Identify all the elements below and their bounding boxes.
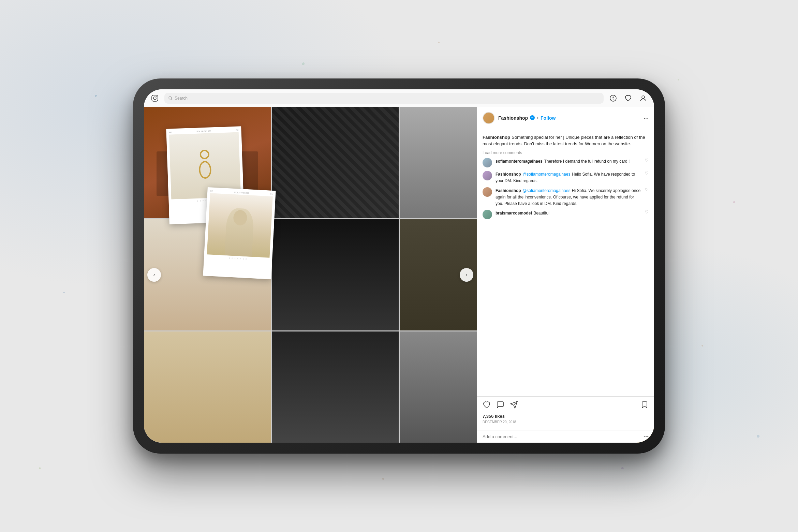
- instagram-top-bar: Search: [144, 89, 654, 107]
- svg-point-2: [157, 96, 157, 97]
- comment-options-button[interactable]: •••: [644, 434, 649, 439]
- like-comment-button[interactable]: ♡: [645, 210, 649, 215]
- svg-line-4: [171, 99, 172, 100]
- post-dot-separator: •: [537, 115, 538, 121]
- likes-count: 7,356 likes: [483, 414, 649, 419]
- comment-avatar: [483, 187, 492, 197]
- comment-content: braismarcosmodel Beautiful: [496, 210, 641, 216]
- tablet-device: Search: [133, 78, 665, 454]
- add-comment-row[interactable]: •••: [477, 430, 654, 443]
- load-more-comments[interactable]: Load more comments: [483, 150, 649, 155]
- comment-username: Fashionshop: [496, 172, 521, 177]
- svg-marker-6: [612, 96, 614, 98]
- grid-cell: [144, 219, 271, 330]
- like-comment-button[interactable]: ♡: [645, 171, 649, 176]
- like-comment-button[interactable]: ♡: [645, 187, 649, 192]
- save-button[interactable]: [640, 401, 649, 411]
- comment-item: Fashionshop @sofiamonteromagalhaes Hello…: [483, 171, 649, 184]
- verified-icon: [530, 115, 535, 121]
- add-comment-input[interactable]: [483, 434, 641, 439]
- comment-text: Therefore I demand the full refund on my…: [544, 159, 630, 164]
- heart-icon[interactable]: [624, 94, 632, 102]
- share-button[interactable]: [510, 401, 518, 411]
- comment-item: braismarcosmodel Beautiful ♡: [483, 210, 649, 219]
- caption-username: Fashionshop: [483, 135, 510, 140]
- comment-item: Fashionshop @sofiamonteromagalhaes Hi So…: [483, 187, 649, 206]
- top-icons: [609, 94, 647, 102]
- comment-content: Fashionshop @sofiamonteromagalhaes Hello…: [496, 171, 641, 184]
- post-comments-area[interactable]: Fashionshop Something special for her | …: [477, 129, 654, 396]
- comment-content: Fashionshop @sofiamonteromagalhaes Hi So…: [496, 187, 641, 206]
- search-placeholder: Search: [175, 96, 188, 101]
- post-date: DECEMBER 20, 2018: [483, 420, 649, 424]
- like-button[interactable]: [483, 401, 491, 411]
- content-area: HD POLAROID 300 CX 1: [144, 107, 654, 443]
- username-area: Fashionshop • Follow: [498, 115, 640, 121]
- instagram-app: Search: [144, 89, 654, 443]
- action-icons-row: [483, 401, 649, 411]
- comment-item: sofiamonteromagalhaes Therefore I demand…: [483, 158, 649, 167]
- tablet-shell: Search: [133, 78, 665, 454]
- follow-button[interactable]: Follow: [541, 115, 556, 121]
- prev-arrow[interactable]: ‹: [147, 268, 161, 282]
- grid-cell: [144, 107, 271, 218]
- comment-username: Fashionshop: [496, 188, 521, 193]
- post-header: Fashionshop • Follow ···: [477, 107, 654, 129]
- next-arrow[interactable]: ›: [460, 268, 473, 282]
- post-avatar: [483, 112, 495, 124]
- comment-mention: @sofiamonteromagalhaes: [522, 172, 570, 177]
- svg-point-1: [153, 97, 156, 100]
- comment-avatar: [483, 210, 492, 219]
- comment-username: braismarcosmodel: [496, 211, 532, 216]
- compass-icon[interactable]: [609, 94, 617, 102]
- post-actions: 7,356 likes DECEMBER 20, 2018: [477, 396, 654, 430]
- comment-mention: @sofiamonteromagalhaes: [522, 188, 570, 193]
- instagram-logo-icon: [151, 94, 159, 102]
- svg-rect-0: [152, 95, 158, 101]
- svg-point-5: [610, 95, 616, 101]
- comment-button[interactable]: [496, 401, 504, 411]
- post-panel: Fashionshop • Follow ···: [477, 107, 654, 443]
- grid-cell: [272, 219, 399, 330]
- more-options-button[interactable]: ···: [644, 115, 649, 122]
- search-bar[interactable]: Search: [164, 93, 604, 104]
- grid-cell: [272, 107, 399, 218]
- comment-avatar: [483, 171, 492, 180]
- post-caption: Fashionshop Something special for her | …: [483, 134, 649, 147]
- comment-username: sofiamonteromagalhaes: [496, 159, 543, 164]
- comment-content: sofiamonteromagalhaes Therefore I demand…: [496, 158, 641, 164]
- svg-point-8: [642, 96, 645, 99]
- tablet-screen: Search: [144, 89, 654, 443]
- svg-marker-7: [612, 99, 614, 100]
- grid-cell: [144, 331, 271, 443]
- like-comment-button[interactable]: ♡: [645, 158, 649, 163]
- comment-text: Beautiful: [533, 211, 549, 216]
- post-username: Fashionshop: [498, 115, 528, 121]
- grid-cell: [272, 331, 399, 443]
- comment-avatar: [483, 158, 492, 167]
- profile-icon[interactable]: [639, 94, 647, 102]
- svg-point-3: [169, 97, 172, 99]
